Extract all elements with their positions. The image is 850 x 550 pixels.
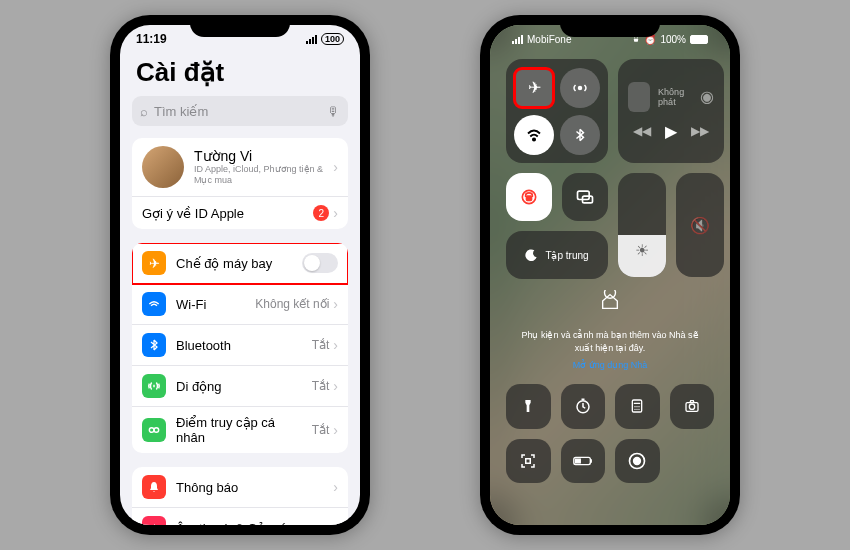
carrier-label: MobiFone — [527, 34, 571, 45]
wifi-button[interactable] — [514, 115, 554, 155]
wifi-icon — [142, 292, 166, 316]
airplane-mode-button[interactable]: ✈ — [514, 68, 554, 108]
chevron-icon: › — [333, 159, 338, 175]
focus-button[interactable]: Tập trung — [506, 231, 608, 279]
battery-indicator: 100 — [321, 33, 344, 45]
search-placeholder: Tìm kiếm — [154, 104, 208, 119]
bluetooth-row[interactable]: Bluetooth Tắt› — [132, 325, 348, 366]
airplay-icon[interactable]: ◉ — [700, 87, 714, 106]
svg-point-4 — [579, 86, 582, 89]
bluetooth-button[interactable] — [560, 115, 600, 155]
sound-icon — [142, 516, 166, 525]
row-label: Thông báo — [176, 480, 238, 495]
svg-point-19 — [634, 458, 641, 465]
screen-record-button[interactable] — [615, 439, 660, 484]
notifications-row[interactable]: Thông báo › — [132, 467, 348, 508]
row-label: Gợi ý về ID Apple — [142, 206, 244, 221]
settings-screen: 11:19 100 Cài đặt ⌕ Tìm kiếm 🎙 Tường Vi … — [120, 25, 360, 525]
svg-rect-3 — [634, 39, 638, 42]
svg-rect-17 — [575, 459, 580, 463]
svg-rect-7 — [527, 196, 532, 200]
timer-button[interactable] — [561, 384, 606, 429]
profile-subtitle: ID Apple, iCloud, Phương tiện & Mục mua — [194, 164, 323, 186]
chevron-icon: › — [333, 205, 338, 221]
notch — [560, 15, 660, 37]
cellular-icon — [142, 374, 166, 398]
camera-button[interactable] — [670, 384, 715, 429]
phone-settings: 11:19 100 Cài đặt ⌕ Tìm kiếm 🎙 Tường Vi … — [110, 15, 370, 535]
badge: 2 — [313, 205, 329, 221]
row-label: Di động — [176, 379, 222, 394]
notification-icon — [142, 475, 166, 499]
connectivity-panel: ✈ — [506, 59, 608, 163]
battery-label: 100% — [660, 34, 686, 45]
signal-icon — [512, 35, 523, 44]
next-track-button[interactable]: ▶▶ — [691, 124, 709, 138]
wifi-row[interactable]: Wi-Fi Không kết nối› — [132, 284, 348, 325]
bluetooth-icon — [142, 333, 166, 357]
avatar — [142, 146, 184, 188]
row-label: Điểm truy cập cá nhân — [176, 415, 302, 445]
prev-track-button[interactable]: ◀◀ — [633, 124, 651, 138]
bottom-controls — [506, 384, 714, 483]
apple-id-suggestions-row[interactable]: Gợi ý về ID Apple 2 › — [132, 197, 348, 229]
profile-section: Tường Vi ID Apple, iCloud, Phương tiện &… — [132, 138, 348, 229]
airdrop-button[interactable] — [560, 68, 600, 108]
notch — [190, 15, 290, 37]
control-center-screen: MobiFone ⏰ 100% ✈ — [490, 25, 730, 525]
home-text: Phụ kiện và cảnh mà bạn thêm vào Nhà sẽ … — [516, 329, 704, 354]
svg-point-5 — [533, 138, 535, 140]
profile-name: Tường Vi — [194, 148, 323, 164]
signal-icon — [306, 35, 317, 44]
cellular-row[interactable]: Di động Tắt› — [132, 366, 348, 407]
focus-label: Tập trung — [545, 250, 588, 261]
qr-scanner-button[interactable] — [506, 439, 551, 484]
search-icon: ⌕ — [140, 104, 148, 119]
play-button[interactable]: ▶ — [665, 122, 677, 141]
hotspot-icon — [142, 418, 166, 442]
low-power-button[interactable] — [561, 439, 606, 484]
mic-icon[interactable]: 🎙 — [327, 104, 340, 119]
flashlight-button[interactable] — [506, 384, 551, 429]
hotspot-row[interactable]: Điểm truy cập cá nhân Tắt› — [132, 407, 348, 453]
svg-rect-15 — [526, 459, 531, 464]
airplane-mode-row[interactable]: ✈ Chế độ máy bay — [132, 243, 348, 284]
battery-icon — [690, 35, 708, 44]
home-link[interactable]: Mở ứng dụng Nhà — [506, 360, 714, 370]
media-status: Không phát — [658, 87, 692, 107]
calculator-button[interactable] — [615, 384, 660, 429]
airplane-icon: ✈ — [142, 251, 166, 275]
home-icon — [596, 287, 624, 315]
phone-control-center: MobiFone ⏰ 100% ✈ — [480, 15, 740, 535]
svg-point-14 — [689, 404, 694, 409]
status-time: 11:19 — [136, 32, 167, 46]
orientation-lock-button[interactable] — [506, 173, 552, 221]
search-input[interactable]: ⌕ Tìm kiếm 🎙 — [132, 96, 348, 126]
row-label: Chế độ máy bay — [176, 256, 272, 271]
row-label: Bluetooth — [176, 338, 231, 353]
volume-slider[interactable]: 🔇 — [676, 173, 724, 277]
row-label: Wi-Fi — [176, 297, 206, 312]
connectivity-section: ✈ Chế độ máy bay Wi-Fi Không kết nối› Bl… — [132, 243, 348, 453]
row-label: Âm thanh & Cảm ứng — [176, 521, 302, 526]
profile-row[interactable]: Tường Vi ID Apple, iCloud, Phương tiện &… — [132, 138, 348, 197]
media-panel[interactable]: Không phát ◉ ◀◀ ▶ ▶▶ — [618, 59, 724, 163]
general-section: Thông báo › Âm thanh & Cảm ứng › Tập tru… — [132, 467, 348, 525]
sounds-row[interactable]: Âm thanh & Cảm ứng › — [132, 508, 348, 525]
page-title: Cài đặt — [120, 53, 360, 96]
brightness-slider[interactable]: ☀ — [618, 173, 666, 277]
svg-point-1 — [154, 428, 159, 433]
screen-mirroring-button[interactable] — [562, 173, 608, 221]
media-artwork — [628, 82, 650, 112]
airplane-toggle[interactable] — [302, 253, 338, 273]
